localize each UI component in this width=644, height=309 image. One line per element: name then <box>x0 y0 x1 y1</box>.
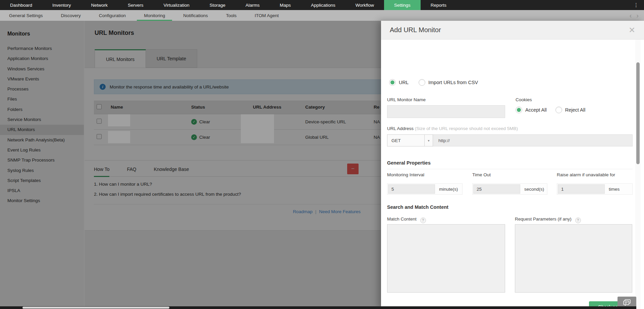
time-out-field: Time Out 25 second(s) <box>472 172 547 195</box>
request-params-label-row: Request Parameters (if any) ? <box>515 217 581 223</box>
url-address-row: GET ▾ http:// <box>387 134 633 146</box>
radio-reject-all-label: Reject All <box>565 107 585 113</box>
radio-reject-all-control[interactable] <box>555 107 562 113</box>
raise-alarm-field: Raise alarm if unavailable for 1 times <box>557 172 633 195</box>
radio-accept-all-label: Accept All <box>525 107 547 113</box>
horizontal-scrollbar[interactable] <box>0 306 636 309</box>
request-params-label: Request Parameters (if any) <box>515 217 572 222</box>
cookies-radio-group: Accept All Reject All <box>516 107 585 113</box>
url-address-label: URL Address <box>387 126 414 131</box>
nav-applications[interactable]: Applications <box>301 0 345 10</box>
top-navigation: Dashboard Inventory Network Servers Virt… <box>0 0 644 10</box>
chevron-left-icon[interactable]: ‹ <box>630 12 632 19</box>
divider <box>387 169 633 169</box>
time-out-unit: second(s) <box>524 187 544 192</box>
nav-reports[interactable]: Reports <box>421 0 457 10</box>
subnav-discovery[interactable]: Discovery <box>52 10 90 21</box>
url-address-hint: (Size of the URL response should not exc… <box>415 126 518 131</box>
drawer-body: URL Import URLs from CSV URL Monitor Nam… <box>381 40 644 309</box>
close-icon[interactable]: ✕ <box>629 26 635 34</box>
redacted-name-cell <box>108 114 130 126</box>
nav-dashboard[interactable]: Dashboard <box>0 0 42 10</box>
url-monitor-name-label: URL Monitor Name <box>387 97 426 102</box>
monitoring-interval-input[interactable]: 5 <box>388 184 435 194</box>
radio-accept-all-control[interactable] <box>516 107 522 113</box>
nav-maps[interactable]: Maps <box>270 0 301 10</box>
add-url-monitor-drawer: Add URL Monitor ✕ URL Import URLs from C… <box>381 21 644 309</box>
match-content-textarea[interactable] <box>387 224 505 293</box>
settings-sub-navigation: General Settings Discovery Configuration… <box>0 10 644 21</box>
cookies-label: Cookies <box>516 97 532 102</box>
subnav-itom-agent[interactable]: ITOM Agent <box>246 10 288 21</box>
raise-alarm-label: Raise alarm if unavailable for <box>557 172 633 177</box>
drawer-header: Add URL Monitor ✕ <box>381 21 644 40</box>
nav-storage[interactable]: Storage <box>200 0 235 10</box>
horizontal-scrollbar-thumb[interactable] <box>22 307 169 309</box>
match-content-help-icon[interactable]: ? <box>420 218 426 223</box>
nav-servers[interactable]: Servers <box>118 0 154 10</box>
monitor-type-radio-group: URL Import URLs from CSV <box>389 79 478 86</box>
url-address-label-row: URL Address (Size of the URL response sh… <box>387 126 518 131</box>
time-out-label: Time Out <box>472 172 547 177</box>
subnav-general-settings[interactable]: General Settings <box>0 10 52 21</box>
monitoring-interval-field: Monitoring Interval 5 minute(s) <box>387 172 463 195</box>
subnav-tools[interactable]: Tools <box>217 10 246 21</box>
url-monitor-name-input[interactable] <box>387 105 505 118</box>
radio-import-label: Import URLs from CSV <box>428 80 478 85</box>
search-match-heading: Search and Match Content <box>387 204 448 210</box>
radio-import-urls-csv[interactable]: Import URLs from CSV <box>419 79 478 86</box>
kebab-menu-icon[interactable]: ⋮ <box>628 0 644 10</box>
nav-workflow[interactable]: Workflow <box>345 0 384 10</box>
radio-url-control[interactable] <box>389 79 396 86</box>
nav-virtualization[interactable]: Virtualization <box>154 0 200 10</box>
redacted-name-cell <box>108 131 130 143</box>
match-content-label-row: Match Content ? <box>387 217 426 223</box>
chevron-right-icon[interactable]: › <box>636 12 639 19</box>
raise-alarm-input[interactable]: 1 <box>558 184 605 194</box>
nav-settings[interactable]: Settings <box>384 0 421 10</box>
subnav-monitoring[interactable]: Monitoring <box>135 10 174 21</box>
redacted-url-cell <box>241 114 274 143</box>
drawer-scrollbar-thumb[interactable] <box>636 62 640 164</box>
subnav-notifications[interactable]: Notifications <box>174 10 217 21</box>
nav-network[interactable]: Network <box>81 0 118 10</box>
chevron-down-icon[interactable]: ▾ <box>425 134 433 146</box>
chat-bubbles-icon <box>623 299 631 307</box>
monitoring-interval-label: Monitoring Interval <box>387 172 463 177</box>
radio-import-control[interactable] <box>419 79 425 86</box>
radio-reject-all[interactable]: Reject All <box>555 107 585 113</box>
time-out-input[interactable]: 25 <box>473 184 520 194</box>
subnav-scroll-controls: ‹ › <box>624 10 644 21</box>
modal-dim-overlay <box>0 21 381 309</box>
match-content-label: Match Content <box>387 217 417 222</box>
radio-accept-all[interactable]: Accept All <box>516 107 547 113</box>
monitoring-interval-unit: minute(s) <box>439 187 458 192</box>
nav-inventory[interactable]: Inventory <box>42 0 81 10</box>
general-properties-heading: General Properties <box>387 160 431 166</box>
request-params-textarea[interactable] <box>515 224 632 293</box>
raise-alarm-unit: times <box>609 187 620 192</box>
request-params-help-icon[interactable]: ? <box>575 218 581 223</box>
radio-url[interactable]: URL <box>389 79 409 86</box>
drawer-title: Add URL Monitor <box>390 26 441 34</box>
radio-url-label: URL <box>399 80 409 85</box>
http-method-select[interactable]: GET <box>387 134 425 146</box>
nav-alarms[interactable]: Alarms <box>235 0 270 10</box>
url-address-input[interactable]: http:// <box>433 134 633 146</box>
subnav-configuration[interactable]: Configuration <box>90 10 135 21</box>
